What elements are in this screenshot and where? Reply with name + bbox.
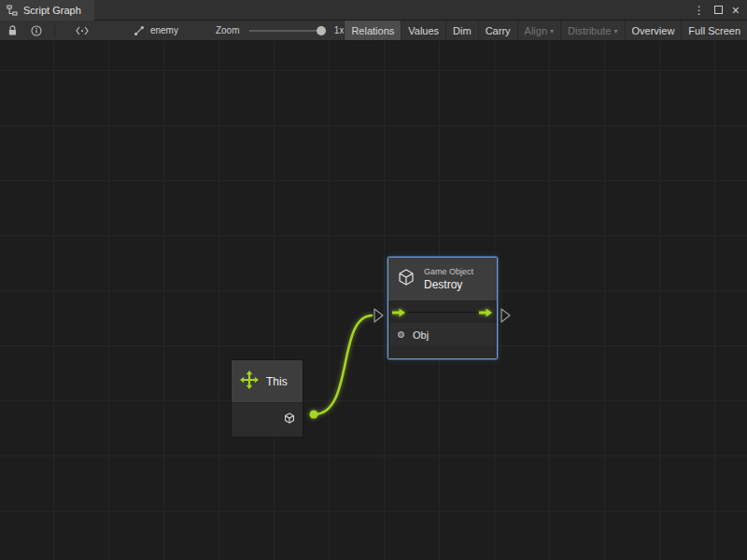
close-icon[interactable]: × xyxy=(732,4,740,17)
destroy-node[interactable]: Game Object Destroy Obj xyxy=(388,257,498,359)
toolbar-buttons: Relations Values Dim Carry Align ▾ Distr… xyxy=(344,21,747,40)
overview-label: Overview xyxy=(632,25,675,36)
game-object-cube-icon xyxy=(396,267,416,291)
dim-button[interactable]: Dim xyxy=(445,21,478,40)
destroy-node-title: Destroy xyxy=(424,278,473,291)
maximize-icon[interactable] xyxy=(714,6,723,14)
full-screen-button[interactable]: Full Screen xyxy=(681,21,747,40)
flow-input-triangle xyxy=(374,309,383,322)
obj-port-label: Obj xyxy=(413,329,429,341)
this-node-header[interactable]: This xyxy=(232,360,303,403)
zoom-value: 1x xyxy=(334,25,345,35)
script-graph-icon xyxy=(7,5,18,16)
this-node[interactable]: This xyxy=(231,359,303,438)
distribute-label: Distribute xyxy=(568,25,611,36)
graph-icon xyxy=(134,25,145,36)
align-label: Align xyxy=(525,25,547,36)
zoom-slider[interactable] xyxy=(249,30,324,32)
destroy-node-subtitle: Game Object xyxy=(424,267,473,276)
flow-output-arrow-icon[interactable] xyxy=(479,307,493,318)
window-controls: ⋮ × xyxy=(694,4,747,17)
graph-canvas[interactable]: Game Object Destroy Obj xyxy=(0,41,747,560)
script-graph-window: Script Graph ⋮ × xyxy=(0,0,747,560)
menu-kebab-icon[interactable]: ⋮ xyxy=(694,5,705,16)
flow-input-arrow-icon[interactable] xyxy=(392,307,406,318)
tab-title: Script Graph xyxy=(23,5,81,16)
carry-label: Carry xyxy=(486,25,511,36)
titlebar: Script Graph ⋮ × xyxy=(0,0,747,21)
connection-wire xyxy=(314,315,373,414)
distribute-dropdown[interactable]: Distribute ▾ xyxy=(560,21,624,40)
this-output-cube-icon[interactable] xyxy=(283,412,296,428)
zoom-slider-handle[interactable] xyxy=(317,26,326,35)
lock-icon[interactable] xyxy=(7,25,18,36)
values-label: Values xyxy=(408,25,439,36)
overview-button[interactable]: Overview xyxy=(625,21,682,40)
destroy-node-header[interactable]: Game Object Destroy xyxy=(388,258,497,301)
flow-output-triangle xyxy=(501,309,510,322)
obj-port-dot-icon[interactable] xyxy=(398,331,404,338)
relations-button[interactable]: Relations xyxy=(344,21,401,40)
this-output-port xyxy=(310,411,318,419)
zoom-label: Zoom xyxy=(216,25,240,35)
toolbar-separator xyxy=(54,24,55,37)
tab-script-graph[interactable]: Script Graph xyxy=(0,0,94,21)
info-icon[interactable] xyxy=(31,25,42,36)
align-dropdown[interactable]: Align ▾ xyxy=(517,21,560,40)
full-screen-label: Full Screen xyxy=(688,25,740,36)
destroy-flow-row xyxy=(388,301,497,323)
chevron-down-icon: ▾ xyxy=(550,27,554,35)
relations-label: Relations xyxy=(351,25,394,36)
graph-toolbar: enemy Zoom 1x Relations Values Dim Carry… xyxy=(0,21,747,41)
dim-label: Dim xyxy=(453,25,472,36)
destroy-node-footer xyxy=(388,346,497,358)
insert-unit-icon[interactable] xyxy=(76,26,89,35)
values-button[interactable]: Values xyxy=(401,21,445,40)
connection-layer xyxy=(0,41,747,560)
this-move-arrows-icon xyxy=(240,371,259,393)
this-node-title: This xyxy=(266,375,288,388)
obj-port-row[interactable]: Obj xyxy=(388,323,497,346)
chevron-down-icon: ▾ xyxy=(614,27,618,35)
graph-name-label: enemy xyxy=(150,25,178,35)
flow-relation-line xyxy=(406,312,479,313)
carry-button[interactable]: Carry xyxy=(478,21,517,40)
this-node-body xyxy=(232,403,303,437)
